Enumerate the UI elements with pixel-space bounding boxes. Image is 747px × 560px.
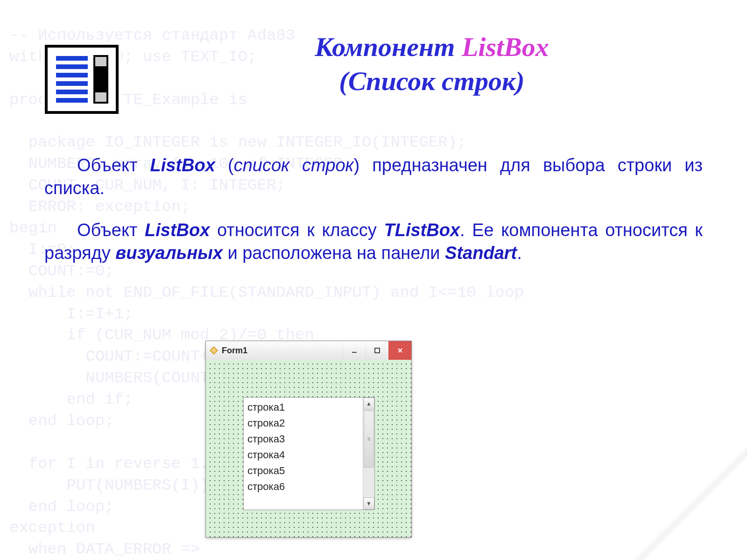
paragraph-2: Объект ListBox относится к классу TListB… xyxy=(44,219,703,265)
page-corner-fold xyxy=(635,448,747,560)
form1-title: Form1 xyxy=(222,346,247,356)
bold-listbox: ListBox xyxy=(145,220,210,240)
list-item[interactable]: строка6 xyxy=(247,479,359,495)
text: . xyxy=(517,243,522,263)
list-item[interactable]: строка3 xyxy=(247,431,359,447)
form1-client-area: строка1 строка2 строка3 строка4 строка5 … xyxy=(206,360,411,537)
svg-rect-2 xyxy=(352,352,357,353)
list-item[interactable]: строка2 xyxy=(247,415,359,431)
scroll-down-icon[interactable]: ▼ xyxy=(363,497,374,510)
title-prefix: Компонент xyxy=(315,32,462,62)
text: ( xyxy=(215,155,234,175)
scroll-up-icon[interactable]: ▲ xyxy=(363,398,374,410)
text: и расположена на панели xyxy=(223,243,445,263)
bold-standart: Standart xyxy=(445,243,517,263)
form1-window: Form1 строка1 строка2 строка3 строка4 ст… xyxy=(205,341,412,538)
listbox-scrollbar[interactable]: ▲ ▼ xyxy=(363,398,374,510)
minimize-button[interactable] xyxy=(343,341,366,360)
body-text: Объект ListBox (список строк) предназнач… xyxy=(44,154,703,284)
maximize-button[interactable] xyxy=(366,341,388,360)
scroll-thumb[interactable] xyxy=(364,411,374,468)
svg-rect-3 xyxy=(375,348,380,353)
list-item[interactable]: строка1 xyxy=(247,399,359,415)
text: Объект xyxy=(77,220,145,240)
listbox-control[interactable]: строка1 строка2 строка3 строка4 строка5 … xyxy=(243,397,375,510)
list-item[interactable]: строка4 xyxy=(247,447,359,463)
text: относится к классу xyxy=(210,220,384,240)
paragraph-1: Объект ListBox (список строк) предназнач… xyxy=(44,154,703,200)
list-item[interactable]: строка5 xyxy=(247,463,359,479)
slide-title: Компонент ListBox (Список строк) xyxy=(154,30,710,98)
bold-visual: визуальных xyxy=(115,243,223,263)
delphi-icon xyxy=(210,346,218,355)
listbox-items[interactable]: строка1 строка2 строка3 строка4 строка5 … xyxy=(244,398,363,510)
text: Объект xyxy=(77,155,150,175)
form1-titlebar[interactable]: Form1 xyxy=(206,341,411,360)
listbox-component-icon xyxy=(42,42,121,117)
close-button[interactable] xyxy=(388,341,411,360)
title-highlight: ListBox xyxy=(462,32,549,62)
bold-listbox: ListBox xyxy=(150,155,215,175)
italic-text: список строк xyxy=(234,155,354,175)
bold-tlistbox: TListBox xyxy=(384,220,460,240)
title-subtitle: (Список строк) xyxy=(154,64,710,98)
